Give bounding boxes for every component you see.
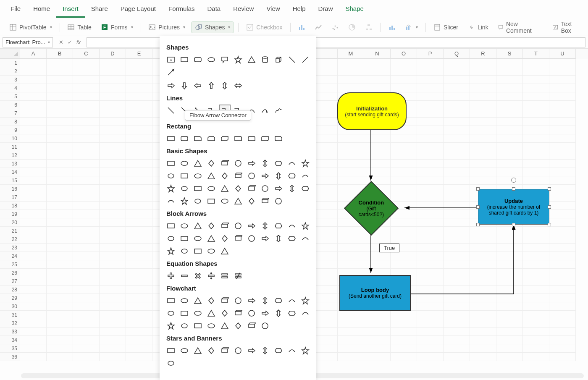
grid-cell[interactable] (417, 109, 444, 118)
grid-cell[interactable] (496, 168, 523, 176)
grid-cell[interactable] (470, 118, 496, 126)
grid-cell[interactable] (417, 176, 444, 185)
row-header[interactable]: 27 (0, 277, 20, 286)
column-chart-button[interactable] (294, 22, 309, 33)
grid-cell[interactable] (100, 269, 126, 277)
grid-cell[interactable] (496, 126, 523, 134)
grid-cell[interactable] (417, 134, 444, 143)
grid-cell[interactable] (549, 227, 576, 235)
grid-cell[interactable] (100, 168, 126, 176)
grid-cell[interactable] (47, 126, 73, 134)
grid-cell[interactable] (470, 260, 496, 269)
grid-cell[interactable] (47, 260, 73, 269)
flowchart-shape-icon[interactable] (301, 309, 310, 318)
grid-cell[interactable] (470, 84, 496, 92)
col-header[interactable]: R (470, 49, 496, 59)
grid-cell[interactable] (73, 328, 100, 336)
resize-handle[interactable] (512, 223, 515, 226)
grid-cell[interactable] (549, 286, 576, 294)
grid-cell[interactable] (338, 311, 364, 319)
block-arrow-icon[interactable] (301, 221, 310, 231)
grid-cell[interactable] (20, 193, 47, 202)
grid-cell[interactable] (126, 218, 152, 227)
grid-cell[interactable] (444, 202, 470, 210)
tab-data[interactable]: Data (201, 1, 227, 18)
slicer-button[interactable]: Slicer (430, 22, 462, 33)
grid-cell[interactable] (73, 59, 100, 67)
grid-cell[interactable] (549, 193, 576, 202)
grid-cell[interactable] (496, 353, 523, 361)
row-header[interactable]: 23 (0, 244, 20, 252)
grid-cell[interactable] (20, 294, 47, 302)
grid-cell[interactable] (417, 210, 444, 218)
grid-cell[interactable] (391, 244, 417, 252)
cancel-formula-icon[interactable]: ✕ (59, 39, 63, 45)
grid-cell[interactable] (549, 185, 576, 193)
grid-cell[interactable] (126, 109, 152, 118)
star-shape-icon[interactable] (220, 346, 229, 355)
basic-shape-icon[interactable] (220, 184, 229, 193)
grid-cell[interactable] (470, 151, 496, 160)
grid-cell[interactable] (20, 244, 47, 252)
grid-cell[interactable] (47, 277, 73, 286)
grid-cell[interactable] (549, 118, 576, 126)
grid-cell[interactable] (444, 336, 470, 344)
grid-cell[interactable] (523, 134, 549, 143)
grid-cell[interactable] (470, 59, 496, 67)
grid-cell[interactable] (100, 92, 126, 101)
grid-cell[interactable] (496, 151, 523, 160)
grid-cell[interactable] (417, 294, 444, 302)
grid-cell[interactable] (20, 210, 47, 218)
col-header[interactable]: U (549, 49, 576, 59)
grid-cell[interactable] (444, 235, 470, 244)
accept-formula-icon[interactable]: ✓ (68, 39, 72, 45)
block-arrow-icon[interactable] (166, 246, 176, 256)
grid-cell[interactable] (100, 109, 126, 118)
basic-shape-icon[interactable] (234, 197, 243, 206)
grid-cell[interactable] (496, 319, 523, 328)
grid-cell[interactable] (338, 252, 364, 260)
grid-cell[interactable] (100, 218, 126, 227)
flowchart-terminator-initialization[interactable]: Initialization (start sending gift cards… (337, 92, 407, 130)
grid-cell[interactable] (20, 143, 47, 151)
flowchart-shape-icon[interactable] (287, 296, 297, 305)
flowchart-shape-icon[interactable] (247, 296, 256, 305)
grid-cell[interactable] (126, 118, 152, 126)
grid-cell[interactable] (549, 101, 576, 109)
grid-cell[interactable] (73, 134, 100, 143)
grid-cell[interactable] (444, 143, 470, 151)
grid-cell[interactable] (20, 118, 47, 126)
rotate-handle[interactable] (511, 178, 516, 183)
grid-cell[interactable] (73, 277, 100, 286)
grid-cell[interactable] (470, 160, 496, 168)
grid-cell[interactable] (549, 210, 576, 218)
eq-minus-icon[interactable] (180, 271, 189, 280)
grid-cell[interactable] (20, 101, 47, 109)
grid-cell[interactable] (444, 319, 470, 328)
grid-cell[interactable] (444, 92, 470, 101)
grid-cell[interactable] (523, 252, 549, 260)
grid-cell[interactable] (364, 311, 391, 319)
flowchart-shape-icon[interactable] (234, 296, 243, 305)
grid-cell[interactable] (100, 302, 126, 311)
star-shape-icon[interactable] (301, 346, 310, 355)
grid-cell[interactable] (100, 143, 126, 151)
grid-cell[interactable] (444, 118, 470, 126)
grid-cell[interactable] (417, 193, 444, 202)
grid-cell[interactable] (523, 260, 549, 269)
col-header[interactable]: D (100, 49, 126, 59)
grid-cell[interactable] (100, 227, 126, 235)
grid-cell[interactable] (523, 269, 549, 277)
flowchart-shape-icon[interactable] (247, 321, 256, 330)
grid-cell[interactable] (417, 227, 444, 235)
flowchart-shape-icon[interactable] (193, 309, 202, 318)
shape-rounded-rect-icon[interactable] (193, 55, 202, 64)
grid-cell[interactable] (549, 294, 576, 302)
grid-cell[interactable] (100, 134, 126, 143)
shape-textbox-icon[interactable]: A (166, 55, 176, 64)
basic-shape-icon[interactable] (180, 197, 189, 206)
grid-cell[interactable] (338, 168, 364, 176)
shape-cylinder-icon[interactable] (260, 55, 270, 64)
grid-cell[interactable] (73, 118, 100, 126)
grid-cell[interactable] (523, 235, 549, 244)
